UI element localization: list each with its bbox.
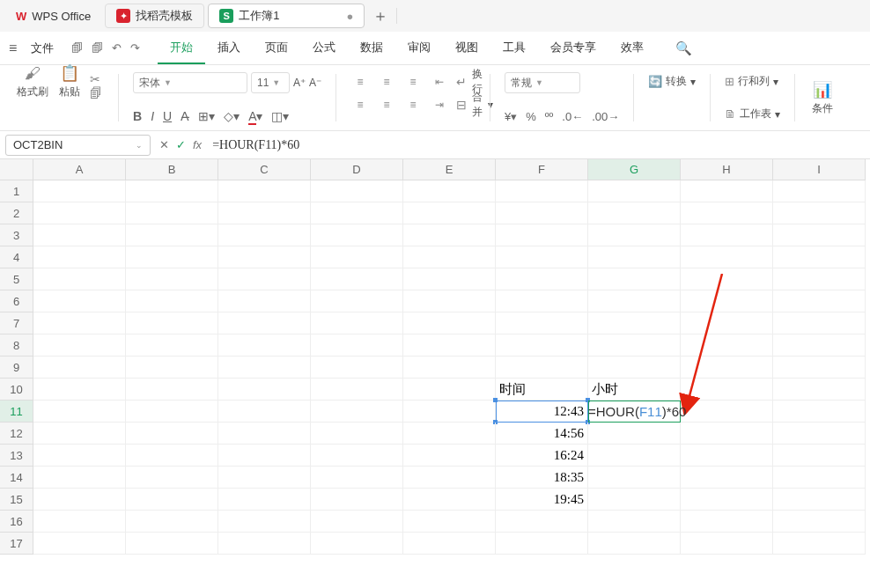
cell-C11[interactable] xyxy=(218,401,311,423)
cell-E12[interactable] xyxy=(403,423,496,445)
cell-E2[interactable] xyxy=(403,202,496,224)
tab-tools[interactable]: 工具 xyxy=(490,33,538,64)
wps-tab[interactable]: W WPS Office xyxy=(5,4,101,28)
cell-F3[interactable] xyxy=(496,224,588,246)
col-E[interactable]: E xyxy=(403,159,496,180)
cell-C8[interactable] xyxy=(218,334,311,356)
cell-I3[interactable] xyxy=(773,224,866,246)
cell-G4[interactable] xyxy=(588,246,681,268)
merge-button[interactable]: ⊟合并▾ xyxy=(456,90,476,120)
row-16[interactable]: 16 xyxy=(0,511,33,533)
cell-A14[interactable] xyxy=(33,467,126,489)
cell-D17[interactable] xyxy=(311,533,403,555)
cell-B4[interactable] xyxy=(126,246,218,268)
cell-D14[interactable] xyxy=(311,467,403,489)
cell-E15[interactable] xyxy=(403,489,496,511)
row-11[interactable]: 11 xyxy=(0,401,33,423)
cell-D9[interactable] xyxy=(311,356,403,379)
col-B[interactable]: B xyxy=(126,159,218,180)
cell-C15[interactable] xyxy=(218,489,311,511)
hamburger-icon[interactable]: ≡ xyxy=(9,40,17,56)
cell-B11[interactable] xyxy=(126,401,218,423)
clear-format-button[interactable]: ◫▾ xyxy=(271,109,289,123)
cell-A9[interactable] xyxy=(33,356,126,379)
font-name-select[interactable]: 宋体▼ xyxy=(133,72,247,93)
align-top[interactable]: ≡ xyxy=(350,76,370,88)
cell-G11[interactable]: =HOUR(F11)*60 xyxy=(588,401,681,423)
italic-button[interactable]: I xyxy=(151,109,154,123)
row-17[interactable]: 17 xyxy=(0,533,33,555)
cell-I10[interactable] xyxy=(773,379,866,401)
cell-D5[interactable] xyxy=(311,268,403,290)
cell-B10[interactable] xyxy=(126,379,218,401)
file-menu[interactable]: 文件 xyxy=(24,37,61,60)
dec-inc-button[interactable]: .0← xyxy=(562,110,583,123)
format-brush-button[interactable]: 🖌 格式刷 xyxy=(14,72,51,91)
cell-G9[interactable] xyxy=(588,356,681,379)
tab-review[interactable]: 审阅 xyxy=(395,33,443,64)
cell-I9[interactable] xyxy=(773,356,866,379)
qa-icon-2[interactable]: 🗐 xyxy=(92,41,103,55)
accept-formula-button[interactable]: ✓ xyxy=(176,138,186,151)
cell-B1[interactable] xyxy=(126,180,218,202)
workbook-tab[interactable]: S 工作簿1 ● xyxy=(208,4,365,28)
cell-G15[interactable] xyxy=(588,489,681,511)
cell-C17[interactable] xyxy=(218,533,311,555)
cell-A17[interactable] xyxy=(33,533,126,555)
cancel-formula-button[interactable]: ✕ xyxy=(159,138,169,151)
align-middle[interactable]: ≡ xyxy=(377,76,396,88)
qa-icon-4[interactable]: ↷ xyxy=(130,41,140,55)
daoke-tab[interactable]: ✦ 找稻壳模板 xyxy=(105,4,204,28)
cell-I12[interactable] xyxy=(773,423,866,445)
row-4[interactable]: 4 xyxy=(0,246,33,268)
cell-F5[interactable] xyxy=(496,268,588,290)
cell-A15[interactable] xyxy=(33,489,126,511)
cell-I4[interactable] xyxy=(773,246,866,268)
cell-D13[interactable] xyxy=(311,445,403,467)
cell-F4[interactable] xyxy=(496,246,588,268)
formula-input[interactable]: =HOUR(F11)*60 xyxy=(210,138,870,152)
cell-E1[interactable] xyxy=(403,180,496,202)
cell-H3[interactable] xyxy=(681,224,773,246)
cell-C14[interactable] xyxy=(218,467,311,489)
cell-C3[interactable] xyxy=(218,224,311,246)
cell-H16[interactable] xyxy=(681,511,773,533)
cell-E9[interactable] xyxy=(403,356,496,379)
cell-D10[interactable] xyxy=(311,379,403,401)
cell-B17[interactable] xyxy=(126,533,218,555)
cell-F7[interactable] xyxy=(496,312,588,334)
tab-data[interactable]: 数据 xyxy=(348,33,395,64)
indent-inc[interactable]: ⇥ xyxy=(430,99,449,111)
cell-C16[interactable] xyxy=(218,511,311,533)
cell-C10[interactable] xyxy=(218,379,311,401)
align-bottom[interactable]: ≡ xyxy=(403,76,423,88)
cell-A11[interactable] xyxy=(33,401,126,423)
cell-D7[interactable] xyxy=(311,312,403,334)
cell-E4[interactable] xyxy=(403,246,496,268)
cell-A4[interactable] xyxy=(33,246,126,268)
cell-A16[interactable] xyxy=(33,511,126,533)
cell-I16[interactable] xyxy=(773,511,866,533)
align-center[interactable]: ≡ xyxy=(377,99,396,111)
underline-button[interactable]: U xyxy=(163,109,172,123)
cell-H5[interactable] xyxy=(681,268,773,290)
cell-I8[interactable] xyxy=(773,334,866,356)
cell-C2[interactable] xyxy=(218,202,311,224)
cell-B13[interactable] xyxy=(126,445,218,467)
cell-I11[interactable] xyxy=(773,401,866,423)
cell-C7[interactable] xyxy=(218,312,311,334)
strike-button[interactable]: A̶ xyxy=(181,109,189,123)
cell-B5[interactable] xyxy=(126,268,218,290)
qa-icon-3[interactable]: ↶ xyxy=(112,41,122,55)
cell-H8[interactable] xyxy=(681,334,773,356)
cell-C9[interactable] xyxy=(218,356,311,379)
cell-A13[interactable] xyxy=(33,445,126,467)
cell-B8[interactable] xyxy=(126,334,218,356)
cell-I6[interactable] xyxy=(773,290,866,312)
col-H[interactable]: H xyxy=(681,159,773,180)
cell-G3[interactable] xyxy=(588,224,681,246)
row-15[interactable]: 15 xyxy=(0,489,33,511)
new-tab-button[interactable]: ＋ xyxy=(368,5,393,26)
tab-formula[interactable]: 公式 xyxy=(300,33,348,64)
fill-color-button[interactable]: ◇▾ xyxy=(224,109,240,123)
